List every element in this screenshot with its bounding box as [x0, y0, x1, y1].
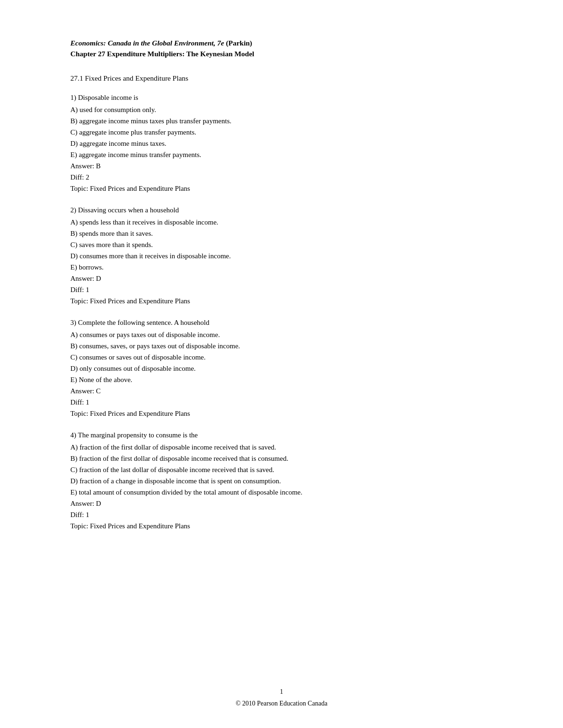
- q3-option-b-text: consumes, saves, or pays taxes out of di…: [79, 342, 240, 350]
- question-2-answer: Answer: D: [70, 273, 493, 284]
- q3-option-c-label: C): [70, 353, 77, 361]
- q3-option-a-text: consumes or pays taxes out of disposable…: [80, 331, 220, 338]
- question-4-option-a: A) fraction of the first dollar of dispo…: [70, 442, 493, 453]
- q2-option-c-text: saves more than it spends.: [79, 241, 153, 248]
- question-3-body: Complete the following sentence. A house…: [78, 319, 209, 326]
- question-4-option-d: D) fraction of a change in disposable in…: [70, 475, 493, 487]
- page-container: Economics: Canada in the Global Environm…: [70, 0, 493, 728]
- question-2-option-c: C) saves more than it spends.: [70, 239, 493, 250]
- question-3-option-b: B) consumes, saves, or pays taxes out of…: [70, 340, 493, 352]
- question-3-option-d: D) only consumes out of disposable incom…: [70, 363, 493, 374]
- q3-option-d-text: only consumes out of disposable income.: [80, 365, 196, 372]
- q2-option-a-label: A): [70, 218, 78, 226]
- page-number: 1: [70, 686, 493, 698]
- section-title: 27.1 Fixed Prices and Expenditure Plans: [70, 73, 493, 83]
- question-block-3: 3) Complete the following sentence. A ho…: [70, 317, 493, 419]
- question-3-number: 3): [70, 319, 76, 326]
- question-1-number: 1): [70, 94, 76, 101]
- q3-option-d-label: D): [70, 365, 78, 372]
- copyright-text: © 2010 Pearson Education Canada: [70, 698, 493, 709]
- q4-option-a-text: fraction of the first dollar of disposab…: [80, 443, 276, 451]
- question-1-diff: Diff: 2: [70, 172, 493, 183]
- q2-option-b-text: spends more than it saves.: [79, 230, 153, 237]
- question-2-number: 2): [70, 206, 76, 214]
- q2-option-d-label: D): [70, 252, 78, 260]
- document-header: Economics: Canada in the Global Environm…: [70, 38, 493, 60]
- question-4-option-b: B) fraction of the first dollar of dispo…: [70, 453, 493, 464]
- q4-option-a-label: A): [70, 443, 78, 451]
- q2-option-e-text: borrows.: [79, 263, 104, 271]
- q4-option-b-label: B): [70, 455, 77, 462]
- question-2-option-d: D) consumes more than it receives in dis…: [70, 250, 493, 262]
- q3-option-e-text: None of the above.: [79, 376, 132, 383]
- question-3-diff: Diff: 1: [70, 397, 493, 408]
- question-4-diff: Diff: 1: [70, 509, 493, 520]
- question-2-text: 2) Dissaving occurs when a household: [70, 204, 493, 216]
- question-4-number: 4): [70, 431, 76, 439]
- q2-option-e-label: E): [70, 263, 77, 271]
- option-c-label: C): [70, 128, 77, 136]
- question-3-answer: Answer: C: [70, 385, 493, 397]
- question-1-answer: Answer: B: [70, 160, 493, 172]
- header-title-italic: Economics: Canada in the Global Environm…: [70, 39, 224, 47]
- option-e-text: aggregate income minus transfer payments…: [79, 151, 201, 158]
- question-4-answer: Answer: D: [70, 498, 493, 509]
- q4-option-b-text: fraction of the first dollar of disposab…: [79, 455, 289, 462]
- option-b-label: B): [70, 117, 77, 125]
- question-1-option-e: E) aggregate income minus transfer payme…: [70, 149, 493, 160]
- question-2-option-a: A) spends less than it receives in dispo…: [70, 217, 493, 228]
- question-2-body: Dissaving occurs when a household: [78, 206, 179, 214]
- q2-option-c-label: C): [70, 241, 77, 248]
- q4-option-d-label: D): [70, 477, 78, 485]
- header-line2: Chapter 27 Expenditure Multipliers: The …: [70, 48, 493, 59]
- question-1-text: 1) Disposable income is: [70, 92, 493, 103]
- question-3-text: 3) Complete the following sentence. A ho…: [70, 317, 493, 328]
- header-line1: Economics: Canada in the Global Environm…: [70, 38, 493, 48]
- option-a-label: A): [70, 106, 78, 113]
- option-b-text: aggregate income minus taxes plus transf…: [79, 117, 232, 125]
- question-4-option-c: C) fraction of the last dollar of dispos…: [70, 464, 493, 475]
- q3-option-b-label: B): [70, 342, 77, 350]
- question-1-option-d: D) aggregate income minus taxes.: [70, 138, 493, 149]
- question-block-2: 2) Dissaving occurs when a household A) …: [70, 204, 493, 307]
- question-4-topic: Topic: Fixed Prices and Expenditure Plan…: [70, 520, 493, 532]
- question-4-text: 4) The marginal propensity to consume is…: [70, 429, 493, 441]
- option-d-label: D): [70, 140, 78, 147]
- question-2-diff: Diff: 1: [70, 284, 493, 295]
- q4-option-e-text: total amount of consumption divided by t…: [79, 488, 303, 496]
- q4-option-d-text: fraction of a change in disposable incom…: [80, 477, 281, 485]
- option-d-text: aggregate income minus taxes.: [80, 140, 167, 147]
- question-2-topic: Topic: Fixed Prices and Expenditure Plan…: [70, 295, 493, 307]
- question-1-topic: Topic: Fixed Prices and Expenditure Plan…: [70, 183, 493, 194]
- question-1-body: Disposable income is: [78, 94, 138, 101]
- option-e-label: E): [70, 151, 77, 158]
- question-block-1: 1) Disposable income is A) used for cons…: [70, 92, 493, 194]
- question-2-option-e: E) borrows.: [70, 262, 493, 273]
- option-c-text: aggregate income plus transfer payments.: [79, 128, 197, 136]
- q3-option-c-text: consumes or saves out of disposable inco…: [79, 353, 206, 361]
- question-1-option-c: C) aggregate income plus transfer paymen…: [70, 127, 493, 138]
- q4-option-c-text: fraction of the last dollar of disposabl…: [79, 466, 274, 473]
- question-3-topic: Topic: Fixed Prices and Expenditure Plan…: [70, 408, 493, 419]
- question-4-body: The marginal propensity to consume is th…: [78, 431, 198, 439]
- q4-option-c-label: C): [70, 466, 77, 473]
- q3-option-a-label: A): [70, 331, 78, 338]
- q2-option-a-text: spends less than it receives in disposab…: [80, 218, 219, 226]
- q4-option-e-label: E): [70, 488, 77, 496]
- q2-option-b-label: B): [70, 230, 77, 237]
- question-1-option-b: B) aggregate income minus taxes plus tra…: [70, 115, 493, 127]
- question-3-option-a: A) consumes or pays taxes out of disposa…: [70, 329, 493, 340]
- question-3-option-c: C) consumes or saves out of disposable i…: [70, 352, 493, 363]
- question-3-option-e: E) None of the above.: [70, 374, 493, 385]
- question-1-option-a: A) used for consumption only.: [70, 104, 493, 115]
- q2-option-d-text: consumes more than it receives in dispos…: [80, 252, 231, 260]
- question-2-option-b: B) spends more than it saves.: [70, 228, 493, 239]
- question-4-option-e: E) total amount of consumption divided b…: [70, 487, 493, 498]
- q3-option-e-label: E): [70, 376, 77, 383]
- option-a-text: used for consumption only.: [80, 106, 156, 113]
- page-footer: 1 © 2010 Pearson Education Canada: [70, 686, 493, 709]
- question-block-4: 4) The marginal propensity to consume is…: [70, 429, 493, 532]
- header-title-normal: (Parkin): [224, 39, 252, 47]
